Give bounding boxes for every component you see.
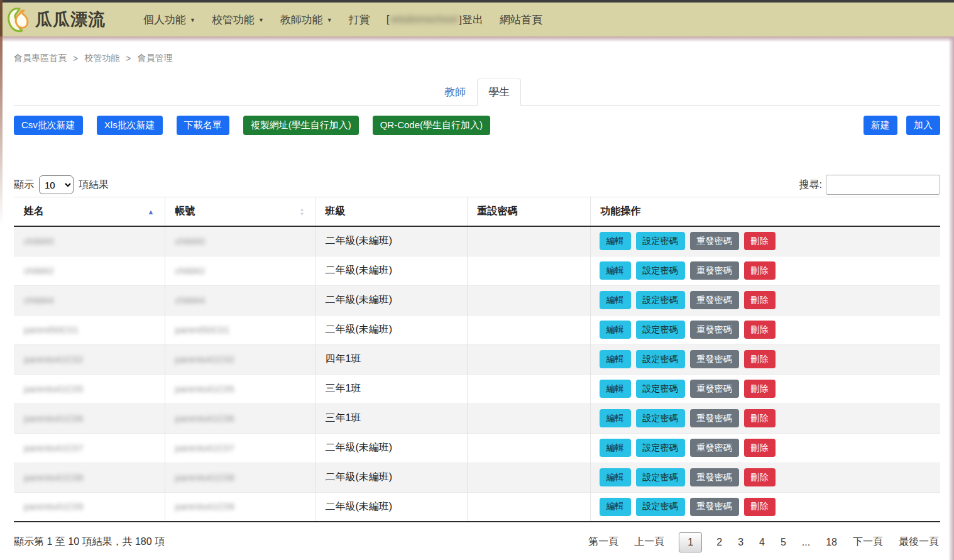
site-home-link[interactable]: 網站首頁 <box>500 13 542 27</box>
delete-button[interactable]: 刪除 <box>744 321 776 339</box>
actions-cell: 編輯設定密碼重發密碼刪除 <box>590 315 940 344</box>
page-link-下一頁[interactable]: 下一頁 <box>852 532 884 552</box>
breadcrumb-item[interactable]: 會員專區首頁 <box>14 53 67 64</box>
resend-password-button[interactable]: 重發密碼 <box>690 380 739 398</box>
csv-batch-create-button[interactable]: Csv批次新建 <box>14 116 83 135</box>
nav-teacher-functions[interactable]: 教師功能▼ <box>280 13 332 27</box>
breadcrumb-item[interactable]: 會員管理 <box>137 53 172 64</box>
account-masked: child42 <box>175 265 206 276</box>
set-password-button[interactable]: 設定密碼 <box>636 350 685 368</box>
delete-button[interactable]: 刪除 <box>744 261 776 280</box>
resend-password-button[interactable]: 重發密碼 <box>690 498 739 516</box>
page-link-上一頁[interactable]: 上一頁 <box>633 532 666 552</box>
toolbar-right-group: 新建加入 <box>864 116 940 135</box>
logout-link[interactable]: [ wisdomschool ]登出 <box>387 13 483 27</box>
delete-button[interactable]: 刪除 <box>744 232 776 250</box>
search-input[interactable] <box>826 175 940 195</box>
nav-item-label: 校管功能 <box>212 13 255 27</box>
column-header[interactable]: 姓名▲ <box>14 197 165 227</box>
nav-school-admin-functions[interactable]: 校管功能▼ <box>212 13 264 27</box>
set-password-button[interactable]: 設定密碼 <box>636 291 685 309</box>
search-control: 搜尋: <box>799 175 940 195</box>
delete-button[interactable]: 刪除 <box>744 498 776 516</box>
page-link-2[interactable]: 2 <box>715 533 723 552</box>
set-password-button[interactable]: 設定密碼 <box>636 321 685 339</box>
nav-tip[interactable]: 打賞 <box>349 13 370 27</box>
edit-button[interactable]: 編輯 <box>600 498 631 516</box>
xls-batch-create-button[interactable]: Xls批次新建 <box>97 116 163 135</box>
edit-button[interactable]: 編輯 <box>600 439 631 457</box>
breadcrumb-item[interactable]: 校管功能 <box>84 53 119 64</box>
set-password-button[interactable]: 設定密碼 <box>636 498 685 516</box>
tab-teacher[interactable]: 教師 <box>433 79 477 106</box>
class-cell: 二年級(未編班) <box>315 256 467 285</box>
breadcrumb-separator: > <box>73 53 78 63</box>
set-password-button[interactable]: 設定密碼 <box>636 232 685 250</box>
edit-button[interactable]: 編輯 <box>600 409 631 427</box>
create-new-button[interactable]: 新建 <box>864 116 897 135</box>
resend-password-button[interactable]: 重發密碼 <box>690 468 739 486</box>
resend-password-button[interactable]: 重發密碼 <box>690 439 739 457</box>
edit-button[interactable]: 編輯 <box>600 380 631 398</box>
table-row: parents41C08parents41C08二年級(未編班)編輯設定密碼重發… <box>14 463 940 492</box>
delete-button[interactable]: 刪除 <box>744 380 776 398</box>
reset-password-cell <box>467 463 590 492</box>
entries-select[interactable]: 10 <box>39 175 74 194</box>
edit-button[interactable]: 編輯 <box>600 232 631 250</box>
page-link-4[interactable]: 4 <box>758 533 766 552</box>
account-masked: parents41C02 <box>175 354 234 365</box>
page-link-最後一頁[interactable]: 最後一頁 <box>897 532 940 552</box>
members-table: 姓名▲帳號▲▼班級重設密碼功能操作 child40child40二年級(未編班)… <box>14 197 940 522</box>
edit-button[interactable]: 編輯 <box>600 321 631 339</box>
resend-password-button[interactable]: 重發密碼 <box>690 261 739 280</box>
resend-password-button[interactable]: 重發密碼 <box>690 291 739 309</box>
nav-item-label: 教師功能 <box>280 13 323 27</box>
add-button[interactable]: 加入 <box>906 116 940 135</box>
set-password-button[interactable]: 設定密碼 <box>636 261 685 280</box>
set-password-button[interactable]: 設定密碼 <box>636 409 685 427</box>
qrcode-self-join-button[interactable]: QR-Code(學生自行加入) <box>373 116 490 135</box>
resend-password-button[interactable]: 重發密碼 <box>690 321 739 339</box>
column-header[interactable]: 功能操作 <box>590 197 940 227</box>
class-cell: 二年級(未編班) <box>315 463 467 492</box>
set-password-button[interactable]: 設定密碼 <box>636 380 685 398</box>
toolbar: Csv批次新建Xls批次新建下載名單複製網址(學生自行加入)QR-Code(學生… <box>14 116 940 135</box>
student-name-masked: parents41C08 <box>24 472 83 483</box>
page-link-5[interactable]: 5 <box>779 533 787 552</box>
edit-button[interactable]: 編輯 <box>600 350 631 368</box>
delete-button[interactable]: 刪除 <box>744 468 776 486</box>
student-name-masked: parents41C09 <box>24 501 83 512</box>
set-password-button[interactable]: 設定密碼 <box>636 439 685 457</box>
brand-title: 瓜瓜漂流 <box>35 8 106 31</box>
name-cell: parents41C07 <box>14 433 165 463</box>
nav-personal-functions[interactable]: 個人功能▼ <box>143 13 195 27</box>
brand[interactable]: 瓜瓜漂流 <box>6 6 106 33</box>
student-name-masked: parents41C07 <box>24 442 83 453</box>
resend-password-button[interactable]: 重發密碼 <box>690 232 739 250</box>
resend-password-button[interactable]: 重發密碼 <box>690 350 739 368</box>
page-link-3[interactable]: 3 <box>737 533 745 552</box>
column-header[interactable]: 班級 <box>315 197 467 227</box>
download-list-button[interactable]: 下載名單 <box>177 116 229 135</box>
resend-password-button[interactable]: 重發密碼 <box>690 409 739 427</box>
page-link-1[interactable]: 1 <box>679 532 702 552</box>
delete-button[interactable]: 刪除 <box>744 409 776 427</box>
delete-button[interactable]: 刪除 <box>744 439 776 457</box>
delete-button[interactable]: 刪除 <box>744 350 776 368</box>
show-label: 顯示 <box>14 178 34 192</box>
table-row: parents41C06parents41C06三年1班編輯設定密碼重發密碼刪除 <box>14 404 940 433</box>
copy-url-self-join-button[interactable]: 複製網址(學生自行加入) <box>243 116 359 135</box>
page-link-第一頁[interactable]: 第一頁 <box>587 532 620 552</box>
page-link-18[interactable]: 18 <box>825 533 838 552</box>
tab-student[interactable]: 學生 <box>477 79 521 106</box>
delete-button[interactable]: 刪除 <box>744 291 776 309</box>
account-cell: child42 <box>165 256 315 285</box>
edit-button[interactable]: 編輯 <box>600 261 631 280</box>
edit-button[interactable]: 編輯 <box>600 291 631 309</box>
edit-button[interactable]: 編輯 <box>600 468 631 486</box>
column-header[interactable]: 重設密碼 <box>467 197 590 227</box>
actions-cell: 編輯設定密碼重發密碼刪除 <box>590 226 940 256</box>
column-header[interactable]: 帳號▲▼ <box>165 197 315 227</box>
actions-cell: 編輯設定密碼重發密碼刪除 <box>590 433 940 463</box>
set-password-button[interactable]: 設定密碼 <box>636 468 685 486</box>
